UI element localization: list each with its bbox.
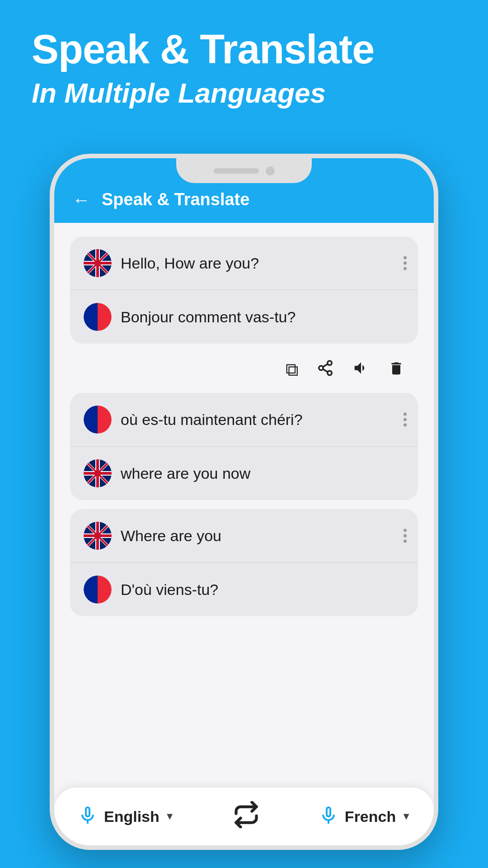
back-button[interactable]: ←: [72, 191, 90, 209]
fr-flag-icon: [84, 406, 112, 434]
translation-result-row: where are you now: [70, 446, 418, 500]
bottom-toolbar: English ▼: [54, 788, 434, 845]
right-lang-selector[interactable]: French ▼: [318, 805, 411, 828]
app-bar-title: Speak & Translate: [102, 190, 249, 209]
translation-result-row: D'où viens-tu?: [70, 562, 418, 616]
right-dropdown-arrow[interactable]: ▼: [401, 811, 411, 822]
translation-result-row: Bonjour comment vas-tu?: [70, 290, 418, 344]
right-language-label: French: [345, 808, 396, 826]
notch-camera: [266, 166, 275, 175]
app-content: ← Speak & Translate: [54, 158, 434, 845]
translation-source-row: Where are you: [70, 509, 418, 562]
left-language-label: English: [104, 808, 160, 826]
left-dropdown-arrow[interactable]: ▼: [165, 811, 175, 822]
phone-notch: [176, 158, 312, 183]
translation-source-row: où es-tu maintenant chéri?: [70, 393, 418, 446]
page-subtitle: In Multiple Languages: [32, 76, 456, 110]
translation-card: Where are you D'où: [70, 509, 418, 616]
svg-line-5: [323, 369, 328, 372]
copy-icon[interactable]: ⧉: [286, 359, 299, 382]
translated-text: Bonjour comment vas-tu?: [121, 307, 404, 327]
page-title: Speak & Translate: [32, 27, 456, 72]
phone-mockup: ← Speak & Translate: [50, 154, 438, 850]
fr-flag-icon: [84, 303, 112, 331]
header-section: Speak & Translate In Multiple Languages: [0, 0, 488, 123]
source-text: où es-tu maintenant chéri?: [121, 410, 404, 429]
swap-button[interactable]: [233, 801, 260, 832]
action-row: ⧉: [70, 353, 418, 384]
delete-icon[interactable]: [388, 359, 404, 382]
share-icon[interactable]: [317, 359, 334, 382]
notch-speaker: [214, 168, 259, 174]
uk-flag-icon: [84, 459, 112, 487]
source-text: Where are you: [121, 526, 404, 546]
page-background: Speak & Translate In Multiple Languages …: [0, 0, 488, 868]
translation-source-row: Hello, How are you?: [70, 236, 418, 290]
svg-line-6: [323, 364, 328, 367]
source-text: Hello, How are you?: [121, 253, 404, 273]
more-options-button[interactable]: [404, 413, 407, 427]
more-options-button[interactable]: [404, 529, 407, 543]
translation-card: où es-tu maintenant chéri?: [70, 393, 418, 500]
translated-text: where are you now: [121, 463, 404, 483]
uk-flag-icon: [84, 522, 112, 550]
translation-card: Hello, How are you?: [70, 236, 418, 344]
conversation-area: Hello, How are you?: [54, 223, 434, 788]
uk-flag-icon: [84, 249, 112, 277]
left-lang-selector[interactable]: English ▼: [77, 805, 175, 828]
fr-flag-icon: [84, 576, 112, 604]
right-mic-button[interactable]: [318, 805, 339, 828]
more-options-button[interactable]: [404, 256, 407, 270]
volume-icon[interactable]: [352, 359, 370, 382]
translated-text: D'où viens-tu?: [121, 580, 404, 599]
left-mic-button[interactable]: [77, 805, 99, 828]
